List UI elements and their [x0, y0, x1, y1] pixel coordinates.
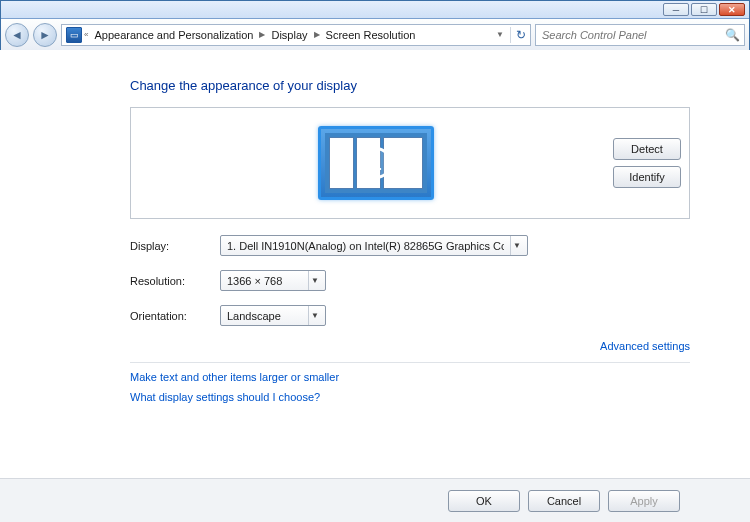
control-panel-icon: ▭ — [66, 27, 82, 43]
ok-button[interactable]: OK — [448, 490, 520, 512]
resolution-dropdown[interactable]: 1366 × 768 ▼ — [220, 270, 326, 291]
maximize-button[interactable]: ☐ — [691, 3, 717, 16]
advanced-settings-link[interactable]: Advanced settings — [600, 340, 690, 352]
refresh-icon[interactable]: ↻ — [510, 27, 526, 43]
search-input[interactable] — [540, 28, 721, 42]
breadcrumb-segment[interactable]: Screen Resolution — [322, 29, 420, 41]
page-title: Change the appearance of your display — [130, 78, 690, 93]
detect-button[interactable]: Detect — [613, 138, 681, 160]
forward-button[interactable]: ► — [33, 23, 57, 47]
orientation-value: Landscape — [227, 310, 302, 322]
overflow-chevron-icon[interactable]: « — [84, 30, 88, 39]
breadcrumb-segment[interactable]: Appearance and Personalization — [90, 29, 257, 41]
minimize-button[interactable]: ─ — [663, 3, 689, 16]
resolution-label: Resolution: — [130, 275, 220, 287]
identify-button[interactable]: Identify — [613, 166, 681, 188]
chevron-down-icon: ▼ — [308, 271, 321, 290]
separator — [130, 362, 690, 363]
footer-bar: OK Cancel Apply — [0, 478, 750, 522]
nav-bar: ◄ ► ▭ « Appearance and Personalization ▶… — [1, 19, 749, 51]
back-button[interactable]: ◄ — [5, 23, 29, 47]
content-area: Change the appearance of your display 1 … — [0, 50, 750, 522]
close-button[interactable]: ✕ — [719, 3, 745, 16]
cancel-button[interactable]: Cancel — [528, 490, 600, 512]
apply-button[interactable]: Apply — [608, 490, 680, 512]
breadcrumb[interactable]: ▭ « Appearance and Personalization ▶ Dis… — [61, 24, 531, 46]
monitor-number: 1 — [360, 147, 392, 179]
monitor-thumbnail[interactable]: 1 — [318, 126, 434, 200]
display-label: Display: — [130, 240, 220, 252]
resolution-value: 1366 × 768 — [227, 275, 302, 287]
display-dropdown[interactable]: 1. Dell IN1910N(Analog) on Intel(R) 8286… — [220, 235, 528, 256]
display-preview-pane: 1 Detect Identify — [130, 107, 690, 219]
chevron-down-icon: ▼ — [510, 236, 523, 255]
window-titlebar: ─ ☐ ✕ — [1, 1, 749, 19]
help-link[interactable]: What display settings should I choose? — [130, 391, 690, 403]
text-size-link[interactable]: Make text and other items larger or smal… — [130, 371, 690, 383]
chevron-down-icon: ▼ — [308, 306, 321, 325]
orientation-dropdown[interactable]: Landscape ▼ — [220, 305, 326, 326]
breadcrumb-segment[interactable]: Display — [267, 29, 311, 41]
breadcrumb-dropdown-icon[interactable]: ▼ — [496, 30, 504, 39]
search-box[interactable]: 🔍 — [535, 24, 745, 46]
preview-window-icon — [329, 137, 354, 189]
display-value: 1. Dell IN1910N(Analog) on Intel(R) 8286… — [227, 240, 504, 252]
chevron-right-icon: ▶ — [314, 30, 320, 39]
chevron-right-icon: ▶ — [259, 30, 265, 39]
search-icon[interactable]: 🔍 — [725, 28, 740, 42]
orientation-label: Orientation: — [130, 310, 220, 322]
